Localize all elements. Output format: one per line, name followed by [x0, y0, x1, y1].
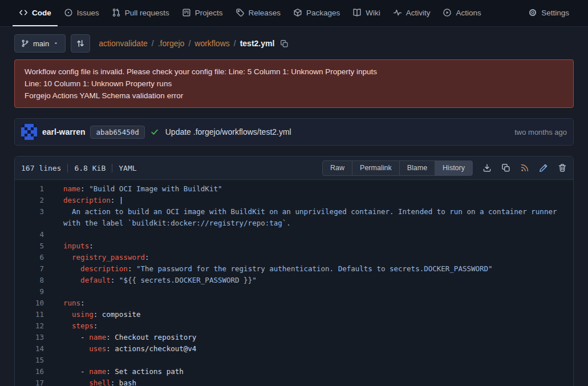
code-line-content: An action to build an OCI image with Bui…	[51, 206, 573, 229]
breadcrumb-link[interactable]: .forgejo	[158, 39, 185, 48]
nav-tab-activity[interactable]: Activity	[387, 0, 437, 26]
breadcrumb-current-file: test2.yml	[240, 39, 275, 48]
code-line: 16 - name: Set actions path	[15, 366, 573, 377]
trash-button[interactable]	[558, 163, 567, 172]
code-line-content: - name: Checkout repository	[51, 332, 573, 343]
permalink-button[interactable]: Permalink	[352, 160, 400, 176]
download-button[interactable]	[482, 163, 492, 172]
pencil-button[interactable]	[539, 163, 548, 172]
code-line-content	[51, 355, 573, 366]
file-header: 167 lines 6.8 KiB YAML RawPermalinkBlame…	[15, 156, 573, 180]
code-line: 9	[15, 286, 573, 297]
line-number[interactable]: 7	[15, 263, 51, 275]
nav-tab-pull-requests[interactable]: Pull requests	[106, 0, 176, 26]
code-view: 1name: "Build OCI Image with BuildKit"2d…	[15, 180, 573, 386]
code-line-content	[51, 229, 573, 240]
nav-tab-wiki[interactable]: Wiki	[346, 0, 387, 26]
commit-author[interactable]: earl-warren	[42, 127, 85, 136]
code-token: "${{ secrets.DOCKER_PASSWORD }}"	[119, 276, 257, 284]
code-token: "Build OCI Image with BuildKit"	[89, 184, 222, 193]
line-number[interactable]: 12	[15, 320, 51, 332]
code-line: 3 An action to build an OCI image with B…	[15, 206, 573, 229]
breadcrumb: actionvalidate/.forgejo/workflows/test2.…	[99, 39, 274, 48]
line-number[interactable]: 1	[15, 183, 51, 195]
line-number[interactable]: 15	[15, 355, 51, 366]
code-line: 14 uses: actions/checkout@v4	[15, 343, 573, 355]
code-token: runs	[63, 299, 80, 307]
line-number[interactable]: 13	[15, 332, 51, 343]
nav-tab-label: Actions	[456, 9, 481, 17]
line-number[interactable]: 8	[15, 275, 51, 286]
line-number[interactable]: 3	[15, 206, 51, 218]
branch-selector[interactable]: main	[14, 34, 66, 53]
repo-tabs-nav: CodeIssuesPull requestsProjectsReleasesP…	[0, 0, 588, 27]
code-token: :	[111, 276, 119, 284]
copy-button[interactable]	[501, 163, 510, 172]
breadcrumb-link[interactable]: workflows	[194, 39, 229, 48]
breadcrumb-link[interactable]: actionvalidate	[99, 39, 148, 48]
line-number[interactable]: 9	[15, 286, 51, 297]
nav-tab-releases[interactable]: Releases	[229, 0, 287, 26]
error-banner-line: Line: 10 Column 1: Unknown Property runs	[25, 78, 563, 90]
copy-icon	[501, 163, 510, 172]
branch-name: main	[33, 39, 49, 48]
page-content: main actionvalidate/.forgejo/workflows/t…	[0, 27, 588, 386]
nav-tab-label: Projects	[195, 9, 223, 17]
file-language: YAML	[119, 164, 136, 172]
code-token	[63, 344, 89, 353]
line-number[interactable]: 6	[15, 252, 51, 263]
nav-tab-label: Activity	[406, 9, 431, 17]
line-number[interactable]: 2	[15, 195, 51, 206]
file-view-card: 167 lines 6.8 KiB YAML RawPermalinkBlame…	[14, 156, 574, 386]
line-number[interactable]: 4	[15, 229, 51, 240]
meta-divider	[67, 164, 68, 172]
rss-button[interactable]	[520, 163, 529, 172]
code-token: uses	[89, 344, 106, 353]
code-token: shell	[89, 379, 111, 386]
commit-hash-badge[interactable]: abab65450d	[90, 126, 144, 139]
line-number[interactable]: 11	[15, 309, 51, 320]
code-line: 11 using: composite	[15, 309, 573, 320]
code-token: -	[63, 367, 89, 376]
blame-button[interactable]: Blame	[399, 160, 435, 176]
code-token: :	[106, 344, 115, 353]
nav-tab-projects[interactable]: Projects	[176, 0, 229, 26]
history-button[interactable]: History	[435, 160, 473, 176]
nav-tab-actions[interactable]: Actions	[436, 0, 487, 26]
error-banner-line: Forgejo Actions YAML Schema validation e…	[25, 90, 563, 102]
code-line: 5inputs:	[15, 240, 573, 252]
code-line-content: runs:	[51, 297, 573, 309]
issues-icon	[64, 8, 73, 17]
commit-message[interactable]: Update .forgejo/workflows/test2.yml	[165, 127, 291, 136]
nav-tab-code[interactable]: Code	[13, 0, 58, 26]
nav-tab-settings[interactable]: Settings	[522, 0, 575, 26]
line-number[interactable]: 16	[15, 366, 51, 377]
projects-icon	[182, 8, 191, 17]
code-token: :	[80, 299, 85, 307]
nav-tab-label: Code	[32, 9, 51, 17]
line-number[interactable]: 10	[15, 297, 51, 309]
code-line: 6 registry_password:	[15, 252, 573, 263]
line-number[interactable]: 14	[15, 343, 51, 355]
pull-request-icon	[112, 8, 121, 17]
line-number[interactable]: 5	[15, 240, 51, 252]
code-line-content: registry_password:	[51, 252, 573, 263]
code-token: Checkout repository	[115, 333, 196, 341]
code-line-content: uses: actions/checkout@v4	[51, 343, 573, 355]
line-number[interactable]: 17	[15, 377, 51, 386]
code-token: name	[63, 184, 80, 193]
raw-button[interactable]: Raw	[322, 160, 352, 176]
avatar[interactable]	[21, 124, 37, 140]
code-icon	[19, 8, 28, 17]
compare-button[interactable]	[71, 34, 90, 53]
code-line: 12 steps:	[15, 320, 573, 332]
code-token	[63, 253, 72, 262]
code-token: :	[145, 253, 149, 262]
code-line: 4	[15, 229, 573, 240]
nav-tab-label: Pull requests	[125, 9, 169, 17]
nav-tab-packages[interactable]: Packages	[287, 0, 346, 26]
check-icon[interactable]	[150, 127, 159, 136]
copy-path-icon[interactable]	[280, 39, 289, 48]
nav-tab-issues[interactable]: Issues	[58, 0, 106, 26]
code-line: 17 shell: bash	[15, 377, 573, 386]
